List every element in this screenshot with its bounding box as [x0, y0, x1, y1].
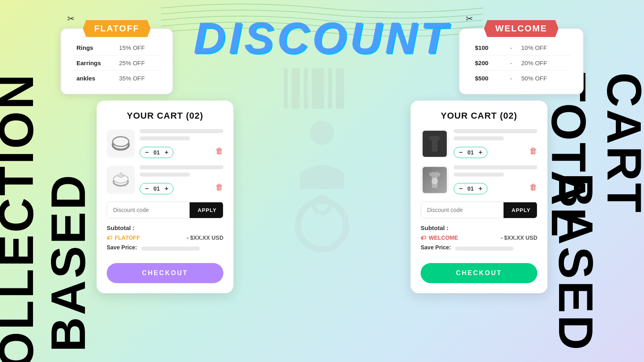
svg-rect-2 — [304, 68, 308, 109]
tag-icon-left: 🏷 — [107, 234, 112, 241]
subtotal-label-right: Subtotal : — [421, 224, 537, 231]
main-title: DISCOUNT — [194, 12, 450, 63]
apply-button-right[interactable]: APPLY — [504, 202, 537, 218]
coupon-discount: 25% OFF — [116, 56, 160, 71]
quantity-control-1-right[interactable]: − 01 + — [454, 147, 487, 158]
coupon-discount: 35% OFF — [116, 71, 160, 86]
coupon-badge-welcome: WELCOME — [484, 20, 559, 37]
item-image-1-right — [421, 130, 449, 158]
quantity-control-2-left[interactable]: − 01 + — [140, 183, 173, 194]
svg-rect-3 — [312, 68, 324, 109]
svg-point-7 — [298, 201, 346, 249]
svg-rect-0 — [284, 68, 288, 109]
coupon-category: Rings — [73, 40, 116, 56]
save-row-left: Save Price: — [107, 244, 223, 253]
bg-text-based-right: BASED — [548, 173, 604, 352]
coupon-discount: 10% OFF — [518, 40, 571, 56]
coupon-row: $200 - 20% OFF — [472, 56, 571, 71]
save-price-placeholder-right — [455, 247, 514, 251]
discount-amount-right: - $XX.XX USD — [501, 234, 537, 241]
discount-row-right: 🏷 WELCOME - $XX.XX USD — [421, 234, 537, 241]
coupon-amount: $200 — [472, 56, 504, 71]
coupon-separator: - — [504, 56, 518, 71]
coupon-category: Earrings — [73, 56, 116, 71]
item-details-1-left: − 01 + 🗑 — [140, 129, 223, 158]
apply-button-left[interactable]: APPLY — [190, 202, 223, 218]
discount-badge-left: 🏷 FLATOFF — [107, 234, 140, 241]
discount-section-left: APPLY — [107, 202, 223, 218]
delete-btn-2-right[interactable]: 🗑 — [529, 183, 537, 192]
discount-input-right[interactable] — [421, 202, 504, 218]
item-price-placeholder — [140, 136, 190, 140]
item-image-2-left — [107, 166, 135, 194]
coupon-row: $500 - 50% OFF — [472, 71, 571, 86]
coupon-amount: $500 — [472, 71, 504, 86]
item-image-1-left — [107, 130, 135, 158]
qty-minus-btn[interactable]: − — [459, 185, 462, 192]
qty-value: 01 — [467, 149, 474, 156]
item-details-2-right: − 01 + 🗑 — [454, 165, 537, 194]
cart-panel-right: YOUR CART (02) − 01 + 🗑 — [411, 101, 547, 293]
qty-plus-btn[interactable]: + — [165, 149, 168, 156]
cart-title-left: YOUR CART (02) — [107, 111, 223, 121]
checkout-button-left[interactable]: CHECKOUT — [107, 263, 223, 283]
tag-icon-right: 🏷 — [421, 234, 426, 241]
qty-minus-btn[interactable]: − — [145, 185, 149, 192]
qty-plus-btn[interactable]: + — [479, 185, 482, 192]
subtotal-section-left: Subtotal : 🏷 FLATOFF - $XX.XX USD Save P… — [107, 224, 223, 253]
qty-minus-btn[interactable]: − — [459, 149, 462, 156]
quantity-control-2-right[interactable]: − 01 + — [454, 183, 487, 194]
item-name-placeholder — [140, 129, 223, 133]
decorative-shapes — [252, 60, 392, 261]
svg-point-6 — [310, 121, 334, 145]
qty-value: 01 — [467, 185, 474, 192]
item-qty-delete-2-left: − 01 + 🗑 — [140, 180, 223, 194]
item-name-placeholder — [454, 165, 537, 169]
scissors-icon-right: ✂ — [466, 14, 473, 24]
coupon-table-left: Rings 15% OFF Earrings 25% OFF ankles 35… — [73, 40, 160, 86]
scissors-icon-left: ✂ — [67, 14, 74, 24]
item-qty-delete-1-right: − 01 + 🗑 — [454, 144, 537, 158]
coupon-card-right: ✂ WELCOME $100 - 10% OFF $200 - 20% OFF … — [459, 28, 584, 95]
item-price-placeholder — [454, 173, 504, 177]
cart-item-2-left: − 01 + 🗑 — [107, 165, 223, 194]
bg-text-collection: COLLECTION — [0, 72, 40, 362]
discount-input-left[interactable] — [107, 202, 190, 218]
coupon-discount: 50% OFF — [518, 71, 571, 86]
save-row-right: Save Price: — [421, 244, 537, 253]
item-name-placeholder — [140, 165, 223, 169]
svg-rect-1 — [292, 68, 300, 109]
coupon-separator: - — [504, 71, 518, 86]
save-price-label-right: Save Price: — [421, 244, 451, 251]
checkout-button-right[interactable]: CHECKOUT — [421, 263, 537, 283]
item-qty-delete-1-left: − 01 + 🗑 — [140, 144, 223, 158]
coupon-row: Rings 15% OFF — [73, 40, 160, 56]
cart-title-right: YOUR CART (02) — [421, 111, 537, 121]
item-image-2-right — [421, 166, 449, 194]
item-price-placeholder — [140, 173, 190, 177]
delete-btn-2-left[interactable]: 🗑 — [215, 183, 223, 192]
quantity-control-1-left[interactable]: − 01 + — [140, 147, 173, 158]
qty-value: 01 — [153, 185, 160, 192]
svg-point-17 — [431, 178, 438, 184]
save-price-label-left: Save Price: — [107, 244, 137, 251]
subtotal-label-left: Subtotal : — [107, 224, 223, 231]
save-price-placeholder-left — [141, 247, 200, 251]
qty-value: 01 — [153, 149, 160, 156]
item-details-1-right: − 01 + 🗑 — [454, 129, 537, 158]
cart-panel-left: YOUR CART (02) − 01 + 🗑 — [97, 101, 233, 293]
discount-badge-right: 🏷 WELCOME — [421, 234, 458, 241]
cart-item-1-right: − 01 + 🗑 — [421, 129, 537, 158]
qty-minus-btn[interactable]: − — [145, 149, 149, 156]
delete-btn-1-right[interactable]: 🗑 — [529, 146, 537, 156]
coupon-category: ankles — [73, 71, 116, 86]
discount-amount-left: - $XX.XX USD — [187, 234, 223, 241]
coupon-amount: $100 — [472, 40, 504, 56]
coupon-separator: - — [504, 40, 518, 56]
delete-btn-1-left[interactable]: 🗑 — [215, 146, 223, 156]
qty-plus-btn[interactable]: + — [165, 185, 168, 192]
item-name-placeholder — [454, 129, 537, 133]
qty-plus-btn[interactable]: + — [479, 149, 482, 156]
svg-rect-5 — [336, 68, 344, 109]
item-price-placeholder — [454, 136, 504, 140]
